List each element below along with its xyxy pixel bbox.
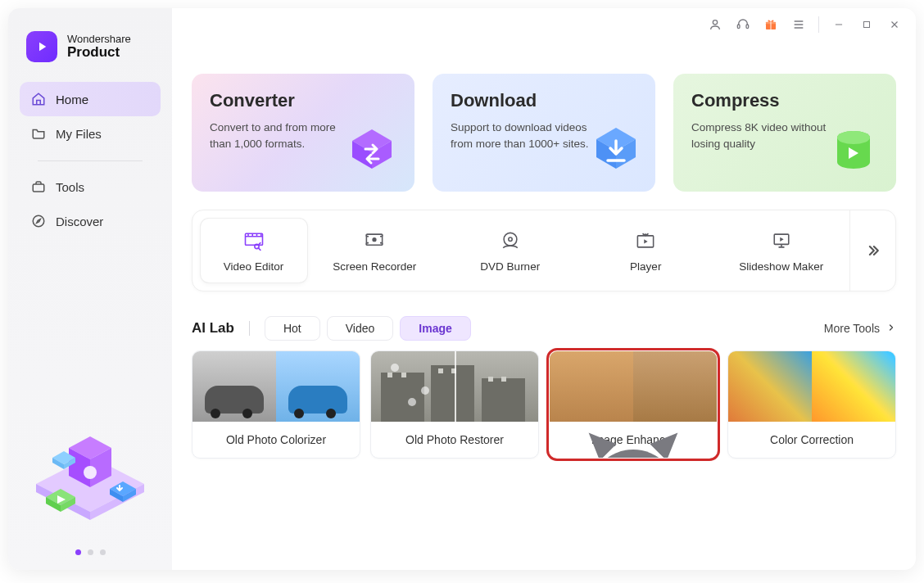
- nav-divider: [38, 160, 143, 161]
- home-icon: [31, 92, 46, 106]
- tool-label: Player: [630, 260, 661, 273]
- sidebar-item-label: Home: [56, 93, 88, 106]
- player-icon: [634, 229, 657, 252]
- compass-icon: [31, 214, 46, 228]
- svg-point-37: [504, 233, 517, 246]
- converter-icon: [346, 124, 401, 180]
- card-desc: Convert to and from more than 1,000 form…: [210, 120, 357, 153]
- sidebar-item-label: Discover: [56, 215, 103, 228]
- tool-more-button[interactable]: [849, 210, 895, 291]
- sidebar-item-label: Tools: [56, 180, 84, 194]
- ailab-header: AI Lab Hot Video Image More Tools: [192, 316, 896, 341]
- thumbnail: [371, 351, 538, 422]
- window-controls: [704, 13, 906, 36]
- divider: [818, 16, 819, 33]
- tab-image[interactable]: Image: [400, 316, 470, 341]
- svg-rect-0: [33, 184, 44, 192]
- feature-cards: Converter Convert to and from more than …: [192, 74, 896, 192]
- screen-recorder-icon: [363, 229, 386, 252]
- ailab-card-label: Color Correction: [728, 422, 895, 458]
- tool-slideshow-maker[interactable]: Slideshow Maker: [714, 210, 850, 291]
- compress-icon: [827, 124, 883, 180]
- main-content: Converter Convert to and from more than …: [172, 8, 916, 570]
- dvd-burner-icon: [499, 229, 522, 252]
- menu-icon[interactable]: [787, 13, 810, 36]
- toolbox-icon: [31, 179, 46, 194]
- ailab-card-image-enhancer[interactable]: Image Enhancer: [549, 350, 718, 459]
- ailab-tabs: Hot Video Image: [265, 316, 471, 341]
- thumbnail: [550, 351, 717, 422]
- tool-label: Slideshow Maker: [739, 260, 823, 273]
- tool-label: Video Editor: [224, 260, 283, 273]
- gift-icon[interactable]: [759, 13, 782, 36]
- card-title: Compress: [691, 90, 878, 111]
- brand: Wondershare Product: [8, 8, 172, 82]
- tab-video[interactable]: Video: [327, 316, 394, 341]
- sidebar-item-discover[interactable]: Discover: [20, 204, 161, 238]
- sidebar-item-label: My Files: [56, 127, 102, 141]
- card-compress[interactable]: Compress Compress 8K video without losin…: [673, 74, 896, 192]
- tool-player[interactable]: Player: [578, 210, 714, 291]
- svg-rect-24: [770, 22, 771, 29]
- tool-label: DVD Burner: [480, 260, 540, 273]
- tab-hot[interactable]: Hot: [265, 316, 320, 341]
- ailab-grid: Old Photo Colorizer Old Photo Restorer: [192, 350, 896, 459]
- svg-rect-21: [746, 25, 749, 29]
- ailab-card-color-correction[interactable]: Color Correction: [727, 350, 896, 459]
- folder-icon: [31, 126, 46, 141]
- card-desc: Support to download videos from more tha…: [451, 120, 598, 153]
- ailab-title: AI Lab: [192, 320, 234, 337]
- support-icon[interactable]: [732, 13, 754, 36]
- svg-rect-20: [737, 25, 740, 29]
- tool-screen-recorder[interactable]: Screen Recorder: [307, 210, 443, 291]
- minimize-button[interactable]: [827, 13, 850, 36]
- ailab-card-old-photo-restorer[interactable]: Old Photo Restorer: [370, 350, 539, 459]
- tool-video-editor[interactable]: Video Editor: [201, 219, 307, 282]
- sidebar-item-home[interactable]: Home: [20, 82, 161, 116]
- card-title: Download: [451, 90, 637, 111]
- ailab-card-label: Old Photo Restorer: [371, 422, 538, 458]
- svg-rect-25: [864, 22, 870, 28]
- primary-nav: Home My Files Tools Discover: [8, 82, 172, 238]
- app-window: Wondershare Product Home My Files: [8, 8, 916, 570]
- sidebar-pager[interactable]: [75, 549, 106, 555]
- ailab-card-label: Old Photo Colorizer: [192, 422, 360, 458]
- slideshow-icon: [770, 229, 793, 252]
- svg-point-32: [837, 131, 870, 144]
- brand-bottom: Product: [67, 45, 131, 61]
- svg-point-19: [713, 20, 717, 25]
- sidebar-item-my-files[interactable]: My Files: [20, 116, 161, 151]
- account-icon[interactable]: [704, 13, 727, 36]
- maximize-button[interactable]: [855, 13, 878, 36]
- card-title: Converter: [210, 90, 396, 111]
- sidebar-illustration: [25, 405, 156, 536]
- download-icon: [587, 124, 642, 180]
- chevron-right-icon: [886, 322, 896, 335]
- tool-label: Screen Recorder: [333, 260, 416, 273]
- card-download[interactable]: Download Support to download videos from…: [433, 74, 655, 192]
- svg-point-36: [373, 237, 377, 242]
- thumbnail: [728, 351, 895, 422]
- more-tools-label: More Tools: [824, 322, 880, 335]
- thumbnail: [192, 351, 360, 422]
- svg-point-1: [33, 215, 44, 227]
- card-converter[interactable]: Converter Convert to and from more than …: [192, 74, 414, 192]
- card-desc: Compress 8K video without losing quality: [691, 120, 839, 153]
- tool-strip: Video Editor Screen Recorder: [192, 210, 896, 292]
- ailab-card-old-photo-colorizer[interactable]: Old Photo Colorizer: [192, 350, 360, 459]
- sidebar: Wondershare Product Home My Files: [8, 8, 172, 570]
- brand-top: Wondershare: [67, 34, 131, 45]
- svg-point-8: [84, 466, 97, 479]
- svg-point-38: [509, 237, 512, 241]
- divider: [249, 321, 250, 336]
- brand-logo-icon: [26, 31, 57, 62]
- close-button[interactable]: [883, 13, 906, 36]
- more-tools-link[interactable]: More Tools: [824, 322, 896, 335]
- sidebar-item-tools[interactable]: Tools: [20, 169, 161, 204]
- video-editor-icon: [242, 229, 265, 252]
- tool-dvd-burner[interactable]: DVD Burner: [443, 210, 579, 291]
